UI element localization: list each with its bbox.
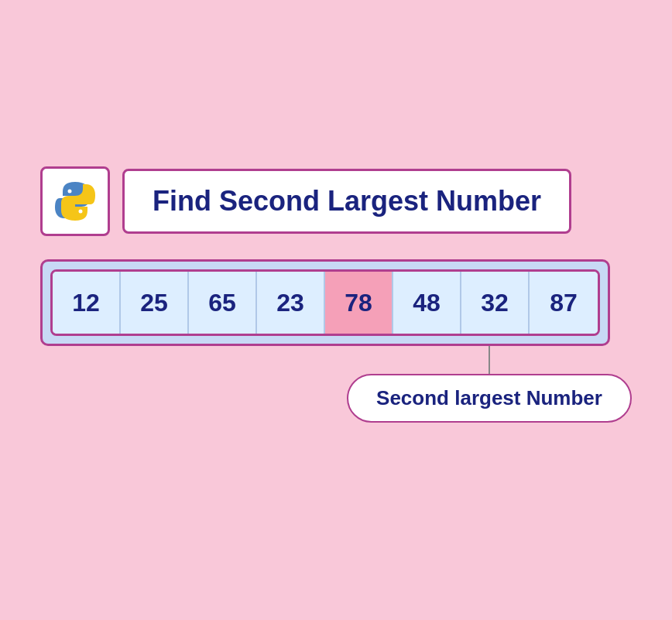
array-outer: 12 25 65 23 78 48 32 87 — [40, 259, 610, 346]
label-text: Second largest Number — [376, 386, 602, 409]
title-row: Find Second Largest Number — [40, 166, 571, 236]
array-cell-2: 65 — [189, 272, 257, 334]
array-cell-6: 32 — [461, 272, 530, 334]
second-largest-label: Second largest Number — [347, 374, 632, 423]
svg-point-1 — [79, 210, 83, 214]
main-container: Find Second Largest Number 12 25 65 23 7… — [40, 166, 632, 423]
array-cell-7: 87 — [530, 272, 598, 334]
svg-point-0 — [68, 190, 72, 194]
array-inner: 12 25 65 23 78 48 32 87 — [50, 269, 600, 336]
array-section: 12 25 65 23 78 48 32 87 Second largest N… — [40, 259, 632, 423]
python-logo-icon — [52, 178, 98, 224]
array-cell-0: 12 — [53, 272, 121, 334]
array-cell-4-highlighted: 78 — [325, 272, 393, 334]
python-logo-box — [40, 166, 110, 236]
connector-line — [489, 346, 490, 374]
connector-and-label: Second largest Number — [347, 346, 632, 423]
array-cell-3: 23 — [257, 272, 325, 334]
title-box: Find Second Largest Number — [122, 169, 571, 234]
array-cell-5: 48 — [393, 272, 461, 334]
array-cell-1: 25 — [121, 272, 189, 334]
title-text: Find Second Largest Number — [153, 185, 541, 217]
